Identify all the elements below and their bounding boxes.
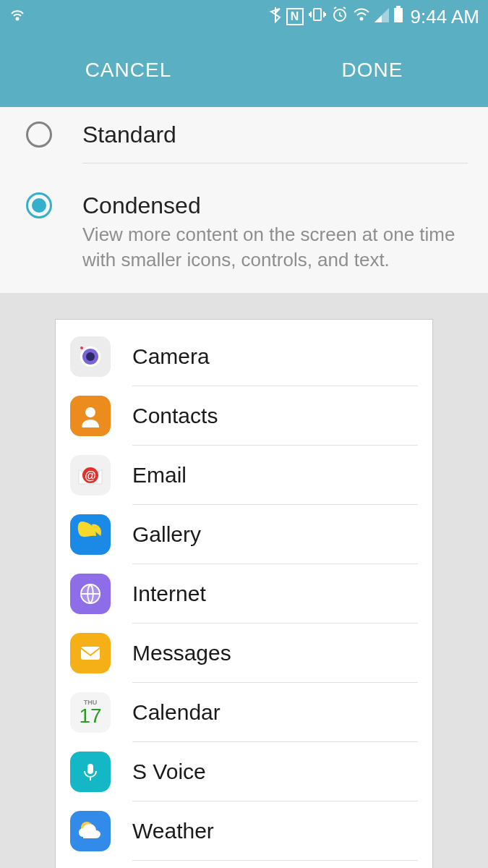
app-label: Email bbox=[132, 463, 187, 488]
camera-icon bbox=[70, 336, 111, 377]
option-standard[interactable]: Standard bbox=[0, 107, 488, 178]
app-row-email: @ Email bbox=[70, 446, 418, 505]
app-label: S Voice bbox=[132, 760, 206, 784]
app-row-calendar: THU 17 Calendar bbox=[70, 683, 418, 742]
radio-standard[interactable] bbox=[26, 122, 52, 148]
svg-rect-5 bbox=[396, 6, 401, 8]
wifi-call-icon bbox=[9, 6, 26, 27]
calendar-day: 17 bbox=[79, 706, 101, 726]
app-label: Gallery bbox=[132, 522, 201, 547]
svg-point-3 bbox=[360, 18, 362, 20]
app-row-weather: Weather bbox=[70, 801, 418, 861]
svg-rect-4 bbox=[394, 8, 403, 22]
svg-text:@: @ bbox=[85, 469, 96, 482]
vibrate-icon bbox=[308, 6, 327, 27]
option-condensed-desc: View more content on the screen at one t… bbox=[82, 222, 468, 273]
app-row-internet: Internet bbox=[70, 564, 418, 624]
app-label: Contacts bbox=[132, 404, 218, 428]
option-standard-title: Standard bbox=[82, 122, 468, 148]
alarm-icon bbox=[331, 6, 348, 27]
calendar-icon: THU 17 bbox=[70, 692, 111, 733]
internet-icon bbox=[70, 574, 111, 614]
svg-point-9 bbox=[80, 346, 83, 349]
app-label: Messages bbox=[132, 641, 231, 665]
svg-point-0 bbox=[17, 18, 19, 20]
signal-icon bbox=[374, 7, 389, 27]
svg-rect-16 bbox=[90, 777, 91, 780]
app-row-camera: Camera bbox=[70, 327, 418, 386]
email-icon: @ bbox=[70, 455, 111, 495]
app-row-gallery: Gallery bbox=[70, 505, 418, 564]
svg-rect-14 bbox=[81, 647, 100, 660]
battery-icon bbox=[393, 6, 403, 27]
app-label: Internet bbox=[132, 582, 206, 606]
app-row-messages: Messages bbox=[70, 624, 418, 683]
messages-icon bbox=[70, 633, 111, 673]
svg-point-10 bbox=[85, 407, 95, 417]
svg-point-8 bbox=[86, 352, 95, 361]
weather-icon bbox=[70, 811, 111, 851]
nfc-icon: N bbox=[286, 8, 304, 25]
contacts-icon bbox=[70, 396, 111, 436]
app-row-svoice: S Voice bbox=[70, 742, 418, 801]
svoice-icon bbox=[70, 752, 111, 792]
bluetooth-icon bbox=[269, 6, 282, 27]
option-condensed[interactable]: Condensed View more content on the scree… bbox=[0, 178, 488, 293]
radio-condensed[interactable] bbox=[26, 192, 52, 218]
option-condensed-title: Condensed bbox=[82, 192, 468, 219]
gallery-icon bbox=[70, 514, 111, 555]
action-bar: CANCEL DONE bbox=[0, 33, 488, 107]
app-label: Weather bbox=[132, 819, 214, 843]
svg-rect-15 bbox=[87, 764, 93, 774]
display-size-options: Standard Condensed View more content on … bbox=[0, 107, 488, 293]
wifi-icon bbox=[353, 7, 370, 27]
cancel-button[interactable]: CANCEL bbox=[85, 59, 172, 82]
status-bar: N 9:44 AM bbox=[0, 0, 488, 33]
preview-panel: Camera Contacts @ Email Gallery Internet… bbox=[55, 319, 433, 868]
clock-text: 9:44 AM bbox=[411, 6, 479, 28]
svg-rect-1 bbox=[314, 9, 321, 20]
app-row-contacts: Contacts bbox=[70, 386, 418, 446]
app-label: Calendar bbox=[132, 700, 221, 725]
done-button[interactable]: DONE bbox=[341, 59, 403, 82]
app-label: Camera bbox=[132, 344, 210, 369]
